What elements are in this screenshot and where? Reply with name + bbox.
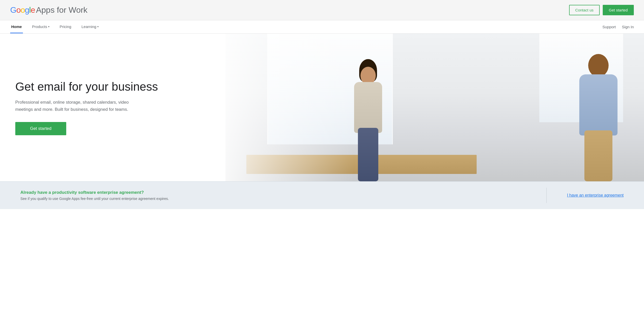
products-dropdown-arrow: ▾ <box>48 25 49 28</box>
enterprise-link[interactable]: I have an enterprise agreement <box>567 193 624 198</box>
nav-item-pricing[interactable]: Pricing <box>59 20 72 33</box>
person-man-head <box>588 54 609 77</box>
logo: Google Apps for Work <box>10 5 87 15</box>
nav-support[interactable]: Support <box>602 25 616 29</box>
hero-content: Get email for your business Professional… <box>0 34 322 181</box>
nav-right: Support Sign In <box>602 25 634 29</box>
person-man-legs <box>584 130 612 181</box>
person-woman-body <box>354 82 382 133</box>
hero-title: Get email for your business <box>15 80 312 94</box>
nav-item-products[interactable]: Products ▾ <box>31 20 50 33</box>
get-started-hero-button[interactable]: Get started <box>15 122 66 135</box>
enterprise-text-block: Already have a productivity software ent… <box>20 190 526 201</box>
logo-e: e <box>31 5 35 15</box>
contact-us-button[interactable]: Contact us <box>569 5 600 15</box>
person-woman-legs <box>358 128 378 181</box>
logo-o2: o <box>21 5 25 15</box>
enterprise-divider <box>546 188 547 203</box>
hero-section: Get email for your business Professional… <box>0 34 644 181</box>
hero-subtitle: Professional email, online storage, shar… <box>15 99 138 113</box>
main-nav: Home Products ▾ Pricing Learning ▾ Suppo… <box>0 20 644 34</box>
nav-left: Home Products ▾ Pricing Learning ▾ <box>10 20 100 33</box>
logo-o1: o <box>16 5 21 15</box>
site-header: Google Apps for Work Contact us Get star… <box>0 0 644 20</box>
nav-item-home[interactable]: Home <box>10 20 23 33</box>
person-man-body <box>579 74 618 135</box>
enterprise-banner: Already have a productivity software ent… <box>0 181 644 209</box>
logo-suffix: Apps for Work <box>36 5 87 15</box>
enterprise-title: Already have a productivity software ent… <box>20 190 526 195</box>
nav-item-learning[interactable]: Learning ▾ <box>81 20 100 33</box>
logo-g: G <box>10 5 16 15</box>
learning-dropdown-arrow: ▾ <box>97 25 99 28</box>
person-woman <box>343 59 394 181</box>
header-buttons: Contact us Get started <box>569 5 634 15</box>
get-started-header-button[interactable]: Get started <box>603 5 634 15</box>
google-wordmark: Google <box>10 5 35 15</box>
enterprise-subtitle: See if you qualify to use Google Apps fe… <box>20 197 526 201</box>
logo-g2: g <box>25 5 29 15</box>
person-man <box>565 49 632 181</box>
nav-sign-in[interactable]: Sign In <box>622 25 634 29</box>
